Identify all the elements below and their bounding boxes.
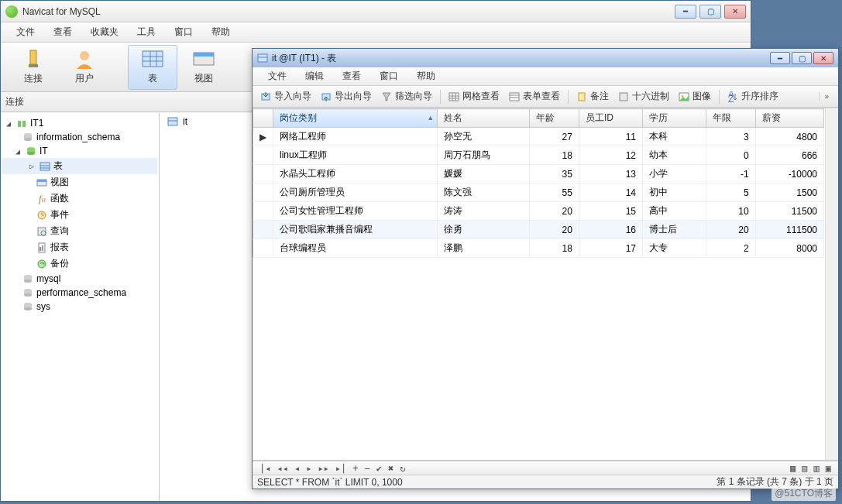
cell[interactable]: 17 bbox=[579, 239, 642, 258]
cell[interactable]: 媛媛 bbox=[438, 165, 530, 183]
toolbar-user[interactable]: 用户 bbox=[60, 45, 109, 90]
cell[interactable]: 8000 bbox=[755, 239, 823, 258]
tree-events[interactable]: 事件 bbox=[2, 207, 157, 223]
cell[interactable]: 2 bbox=[706, 239, 756, 258]
cell[interactable]: 1500 bbox=[755, 183, 823, 202]
tree-db-perf[interactable]: performance_schema bbox=[2, 286, 157, 300]
cell[interactable]: 0 bbox=[706, 146, 756, 165]
cmenu-edit[interactable]: 编辑 bbox=[297, 67, 332, 85]
cell[interactable]: 35 bbox=[530, 165, 579, 183]
nav-mode-2[interactable]: ▤ bbox=[799, 463, 809, 474]
collapse-icon[interactable]: ◢ bbox=[4, 118, 13, 128]
tree-reports[interactable]: 报表 bbox=[2, 239, 157, 255]
cell[interactable]: 小学 bbox=[643, 165, 706, 183]
menu-fav[interactable]: 收藏夹 bbox=[83, 23, 126, 41]
cell[interactable]: 徐勇 bbox=[438, 221, 530, 239]
table-row[interactable]: 水晶头工程师媛媛3513小学-1-10000 bbox=[253, 165, 824, 183]
cell[interactable]: 公司厕所管理员 bbox=[273, 183, 438, 202]
cell[interactable]: linux工程师 bbox=[273, 146, 438, 165]
nav-first[interactable]: |◂ bbox=[257, 463, 273, 474]
toolbar-connect[interactable]: 连接 bbox=[9, 45, 58, 90]
tree-db-mysql[interactable]: mysql bbox=[2, 272, 157, 286]
cell[interactable]: 周万石朋鸟 bbox=[438, 146, 530, 165]
cell[interactable]: 27 bbox=[530, 128, 579, 146]
table-row[interactable]: 公司厕所管理员陈文强5514初中51500 bbox=[253, 183, 824, 202]
toolbar-overflow[interactable]: » bbox=[819, 92, 833, 101]
table-row[interactable]: linux工程师周万石朋鸟1812幼本0666 bbox=[253, 146, 824, 165]
cell[interactable]: -1 bbox=[706, 165, 756, 183]
expand-icon[interactable]: ▷ bbox=[27, 162, 36, 171]
nav-mode-4[interactable]: ▣ bbox=[823, 463, 833, 474]
column-header[interactable]: 薪资 bbox=[755, 109, 823, 128]
child-titlebar[interactable]: it @IT (IT1) - 表 ━ ▢ ✕ bbox=[253, 49, 838, 67]
nav-prev[interactable]: ◂ bbox=[292, 463, 302, 474]
cell[interactable]: 20 bbox=[530, 221, 579, 239]
column-header[interactable]: 年龄 bbox=[530, 109, 579, 128]
hex-button[interactable]: 十六进制 bbox=[615, 88, 672, 105]
table-row[interactable]: 公司女性管理工程师涛涛2015高中1011500 bbox=[253, 202, 824, 221]
cell[interactable]: 网络工程师 bbox=[273, 128, 438, 146]
maximize-button[interactable]: ▢ bbox=[699, 5, 721, 19]
child-close-button[interactable]: ✕ bbox=[813, 52, 833, 64]
export-wizard-button[interactable]: 导出向导 bbox=[318, 88, 375, 105]
cmenu-view[interactable]: 查看 bbox=[335, 67, 369, 85]
connection-tree[interactable]: ◢ IT1 information_schema ◢ IT ▷ 表 bbox=[1, 113, 160, 501]
cell[interactable]: 公司女性管理工程师 bbox=[273, 202, 438, 221]
cell[interactable]: 5 bbox=[706, 183, 756, 202]
tree-db-info[interactable]: information_schema bbox=[2, 130, 157, 144]
column-header[interactable]: 员工ID bbox=[579, 109, 642, 128]
form-view-button[interactable]: 表单查看 bbox=[506, 88, 563, 105]
cell[interactable]: 16 bbox=[579, 221, 642, 239]
cell[interactable]: 55 bbox=[530, 183, 579, 202]
data-grid[interactable]: 岗位类别▲姓名年龄员工ID学历年限薪资▶网络工程师孙空无2711本科34800l… bbox=[253, 108, 838, 461]
sort-asc-button[interactable]: AZ升序排序 bbox=[724, 88, 782, 105]
column-header[interactable]: 年限 bbox=[706, 109, 756, 128]
tree-root[interactable]: ◢ IT1 bbox=[2, 116, 157, 130]
child-maximize-button[interactable]: ▢ bbox=[792, 52, 812, 64]
nav-apply[interactable]: ✔ bbox=[374, 463, 384, 474]
filter-wizard-button[interactable]: 筛选向导 bbox=[378, 88, 435, 105]
cmenu-file[interactable]: 文件 bbox=[260, 67, 294, 85]
grid-view-button[interactable]: 网格查看 bbox=[445, 88, 503, 105]
tree-queries[interactable]: 查询 bbox=[2, 223, 157, 239]
cell[interactable]: 泽鹏 bbox=[438, 239, 530, 258]
cell[interactable]: 3 bbox=[706, 128, 756, 146]
column-header[interactable]: 姓名 bbox=[438, 109, 530, 128]
cell[interactable]: 18 bbox=[530, 146, 579, 165]
cell[interactable]: 本科 bbox=[643, 128, 706, 146]
cell[interactable]: 10 bbox=[706, 202, 756, 221]
tree-tables[interactable]: ▷ 表 bbox=[2, 158, 157, 174]
cmenu-window[interactable]: 窗口 bbox=[372, 67, 406, 85]
cmenu-help[interactable]: 帮助 bbox=[409, 67, 443, 85]
image-button[interactable]: 图像 bbox=[675, 88, 714, 105]
menu-help[interactable]: 帮助 bbox=[204, 23, 238, 41]
nav-mode-1[interactable]: ▦ bbox=[788, 463, 798, 474]
table-row[interactable]: ▶网络工程师孙空无2711本科34800 bbox=[253, 128, 824, 146]
cell[interactable]: -10000 bbox=[755, 165, 823, 183]
tree-db-sys[interactable]: sys bbox=[2, 300, 157, 314]
menu-file[interactable]: 文件 bbox=[9, 23, 43, 41]
menu-window[interactable]: 窗口 bbox=[167, 23, 201, 41]
minimize-button[interactable]: ━ bbox=[675, 5, 696, 19]
cell[interactable]: 博士后 bbox=[643, 221, 706, 239]
import-wizard-button[interactable]: 导入向导 bbox=[257, 88, 314, 105]
cell[interactable]: 初中 bbox=[643, 183, 706, 202]
cell[interactable]: 台球编程员 bbox=[273, 239, 438, 258]
tree-functions[interactable]: f₀ 函数 bbox=[2, 190, 157, 207]
child-minimize-button[interactable]: ━ bbox=[770, 52, 790, 64]
tree-db-it[interactable]: ◢ IT bbox=[2, 144, 157, 158]
cell[interactable]: 孙空无 bbox=[438, 128, 530, 146]
collapse-icon[interactable]: ◢ bbox=[13, 146, 22, 156]
cell[interactable]: 666 bbox=[755, 146, 823, 165]
nav-last[interactable]: ▸| bbox=[333, 463, 349, 474]
nav-cancel[interactable]: ✖ bbox=[386, 463, 396, 474]
cell[interactable]: 11 bbox=[579, 128, 642, 146]
cell[interactable]: 涛涛 bbox=[438, 202, 530, 221]
cell[interactable]: 18 bbox=[530, 239, 579, 258]
toolbar-table[interactable]: 表 bbox=[128, 45, 177, 90]
close-button[interactable]: ✕ bbox=[724, 5, 746, 19]
menu-view[interactable]: 查看 bbox=[46, 23, 80, 41]
nav-next-page[interactable]: ▸▸ bbox=[315, 463, 331, 474]
cell[interactable]: 13 bbox=[579, 165, 642, 183]
nav-del[interactable]: − bbox=[363, 463, 373, 474]
